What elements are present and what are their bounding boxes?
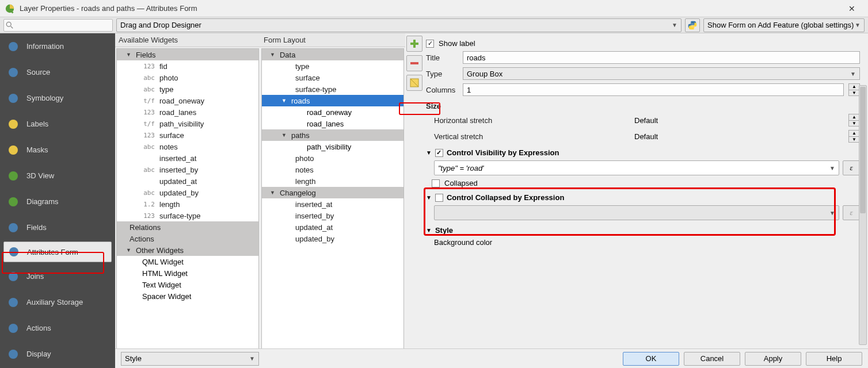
layout-item[interactable]: road_oneway: [262, 106, 403, 118]
collapse-toggle-icon[interactable]: ▼: [426, 227, 432, 233]
hstretch-combo[interactable]: Default: [634, 116, 844, 125]
sidebar-item-masks[interactable]: Masks: [0, 137, 115, 163]
layout-item[interactable]: road_lanes: [262, 118, 403, 129]
sidebar-item-label: Source: [26, 68, 50, 76]
add-container-button[interactable]: [406, 36, 422, 52]
sidebar-item-auxiliary-storage[interactable]: Auxiliary Storage: [0, 289, 115, 315]
columns-spinner[interactable]: ▲▼: [848, 83, 860, 96]
layout-group[interactable]: ▼roads: [262, 95, 403, 106]
layout-group[interactable]: ▼paths: [262, 129, 403, 141]
tree-group[interactable]: ▼Other Widgets: [117, 244, 258, 256]
collapsed-label: Collapsed: [444, 179, 478, 187]
layout-item[interactable]: updated_by: [262, 233, 403, 244]
sidebar-item-label: Attributes Form: [27, 248, 78, 256]
ok-button[interactable]: OK: [623, 352, 679, 366]
field-item[interactable]: 123fid: [117, 60, 258, 72]
tree-group[interactable]: Relations: [117, 221, 258, 233]
collapsed-expr-checkbox[interactable]: [435, 194, 443, 202]
sidebar-icon: [7, 144, 20, 156]
hstretch-spinner[interactable]: ▲▼: [848, 114, 860, 126]
field-item[interactable]: inserted_at: [117, 152, 258, 164]
field-item[interactable]: 1.2length: [117, 198, 258, 210]
tree-group[interactable]: ▼Fields: [117, 49, 258, 60]
widget-item[interactable]: QML Widget: [117, 256, 258, 267]
field-item[interactable]: abctype: [117, 83, 258, 95]
apply-button[interactable]: Apply: [745, 352, 801, 366]
sidebar-item-joins[interactable]: Joins: [0, 263, 115, 289]
vstretch-label: Vertical stretch: [434, 132, 630, 141]
field-item[interactable]: 123surface: [117, 129, 258, 141]
layout-item[interactable]: path_visibility: [262, 141, 403, 152]
item-properties-panel: Show label Title Type Group Box▼ Columns…: [424, 33, 868, 368]
field-item[interactable]: 123surface-type: [117, 210, 258, 221]
cancel-button[interactable]: Cancel: [684, 352, 740, 366]
svg-point-7: [9, 68, 18, 77]
layout-item[interactable]: surface-type: [262, 83, 403, 95]
field-item[interactable]: abcnotes: [117, 141, 258, 152]
collapsed-checkbox[interactable]: [432, 179, 440, 187]
sidebar-item-symbology[interactable]: Symbology: [0, 85, 115, 111]
layout-item[interactable]: length: [262, 175, 403, 187]
sidebar-item-attributes-form[interactable]: Attributes Form: [3, 241, 112, 262]
visibility-expr-checkbox[interactable]: [435, 149, 443, 157]
sidebar-item-3d-view[interactable]: 3D View: [0, 163, 115, 189]
sidebar-item-labels[interactable]: Labels: [0, 111, 115, 137]
sidebar-item-fields[interactable]: Fields: [0, 214, 115, 240]
style-menu-button[interactable]: Style▼: [121, 352, 259, 366]
field-item[interactable]: abcinserted_by: [117, 164, 258, 175]
field-item[interactable]: t/froad_oneway: [117, 95, 258, 106]
layout-item[interactable]: type: [262, 60, 403, 72]
style-section-title: Style: [435, 226, 453, 235]
widget-item[interactable]: Spacer Widget: [117, 290, 258, 302]
layout-item[interactable]: updated_at: [262, 221, 403, 233]
collapse-toggle-icon[interactable]: ▼: [426, 194, 432, 201]
vstretch-combo[interactable]: Default: [634, 132, 844, 141]
sidebar-item-display[interactable]: Display: [0, 341, 115, 367]
widget-item[interactable]: HTML Widget: [117, 267, 258, 279]
collapse-toggle-icon[interactable]: ▼: [426, 150, 432, 156]
field-item[interactable]: abcupdated_by: [117, 187, 258, 198]
sidebar-item-label: Information: [26, 42, 64, 51]
remove-item-button[interactable]: [406, 55, 422, 71]
layout-item[interactable]: photo: [262, 152, 403, 164]
close-icon[interactable]: ✕: [840, 4, 863, 13]
expression-builder-button[interactable]: ε: [843, 160, 860, 175]
sidebar-item-information[interactable]: Information: [0, 33, 115, 59]
layout-item[interactable]: notes: [262, 164, 403, 175]
visibility-expr-title: Control Visibility by Expression: [447, 148, 559, 157]
layout-item[interactable]: inserted_by: [262, 210, 403, 221]
layout-group[interactable]: ▼Changelog: [262, 187, 403, 198]
svg-point-15: [9, 272, 18, 281]
vstretch-spinner[interactable]: ▲▼: [848, 130, 860, 143]
available-widgets-tree[interactable]: ▼Fields123fidabcphotoabctypet/froad_onew…: [116, 48, 259, 367]
tree-group[interactable]: Actions: [117, 233, 258, 244]
python-init-button[interactable]: [685, 18, 700, 32]
help-button[interactable]: Help: [806, 352, 862, 366]
sidebar-item-diagrams[interactable]: Diagrams: [0, 189, 115, 214]
invert-selection-button[interactable]: [406, 75, 422, 91]
available-widgets-header: Available Widgets: [115, 33, 260, 47]
field-item[interactable]: abcphoto: [117, 72, 258, 83]
form-editor-mode-combo[interactable]: Drag and Drop Designer▼: [116, 18, 682, 32]
scrollbar[interactable]: [859, 85, 867, 345]
sidebar-item-actions[interactable]: Actions: [0, 315, 115, 341]
layout-group[interactable]: ▼Data: [262, 49, 403, 60]
show-label-checkbox[interactable]: [426, 40, 434, 48]
columns-input[interactable]: [463, 83, 844, 96]
sidebar-icon: [7, 118, 20, 131]
show-form-on-add-combo[interactable]: Show Form on Add Feature (global setting…: [703, 18, 865, 32]
field-item[interactable]: updated_at: [117, 175, 258, 187]
container-type-combo[interactable]: Group Box▼: [463, 67, 860, 80]
form-layout-tree[interactable]: ▼Datatypesurfacesurface-type▼roadsroad_o…: [261, 48, 404, 367]
field-item[interactable]: 123road_lanes: [117, 106, 258, 118]
title-input[interactable]: [463, 51, 860, 64]
sidebar-search-input[interactable]: [3, 19, 113, 32]
layout-item[interactable]: inserted_at: [262, 198, 403, 210]
svg-point-9: [9, 120, 18, 129]
widget-item[interactable]: Text Widget: [117, 279, 258, 290]
visibility-expression-input[interactable]: "type" = 'road'▼: [434, 160, 839, 175]
sidebar-item-source[interactable]: Source: [0, 59, 115, 85]
hstretch-label: Horizontal stretch: [434, 116, 630, 125]
field-item[interactable]: t/fpath_visibility: [117, 118, 258, 129]
layout-item[interactable]: surface: [262, 72, 403, 83]
